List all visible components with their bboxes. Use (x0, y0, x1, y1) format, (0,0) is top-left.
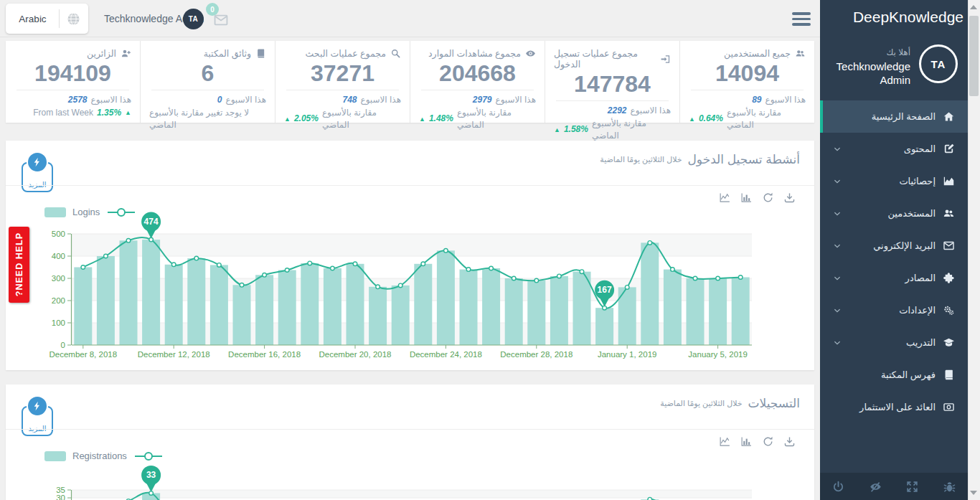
scrollbar-down-arrow[interactable] (970, 491, 977, 495)
divider (6, 185, 814, 186)
edit-icon (943, 143, 955, 155)
sidebar-item-4[interactable]: البريد الإلكتروني (820, 230, 968, 262)
stat-week-line: 2292هذا الاسبوع (554, 105, 671, 117)
chart-bar (732, 278, 750, 346)
stat-week-value: 2292 (608, 105, 627, 117)
sidebar-item-1[interactable]: المحتوى (820, 133, 968, 165)
logins-more-button[interactable]: المزيد (22, 162, 53, 192)
x-tick-label: December 24, 2018 (410, 350, 482, 359)
chart-bar (641, 242, 659, 345)
stat-change-label: لا يوجد تغيير مقارنة بالأسبوع الماضي (149, 107, 266, 132)
page-scrollbar[interactable] (968, 0, 980, 500)
stat-change-line: From last Week1.35%▲ (14, 107, 131, 119)
sidebar-item-3[interactable]: المستخدمين (820, 197, 968, 230)
chevron-down-icon (833, 339, 842, 347)
stat-title: جميع المستخدمين (689, 48, 806, 59)
menu-toggle-button[interactable] (792, 12, 811, 29)
sidebar-item-label: الإعدادات (899, 305, 936, 316)
trend-up-icon: ▲ (554, 126, 560, 135)
chart-toolbar (719, 435, 796, 448)
sidebar-item-5[interactable]: المصادر (820, 262, 968, 294)
chart-area-icon (943, 175, 955, 187)
sidebar-item-label: البريد الإلكتروني (873, 240, 936, 251)
bar-chart-button[interactable] (740, 192, 753, 204)
stat-change-label: مقارنة بالأسبوع الماضي (592, 118, 671, 143)
line-chart-button[interactable] (719, 192, 731, 204)
scrollbar-up-arrow[interactable] (970, 5, 977, 9)
stat-week-label: هذا الاسبوع (630, 105, 671, 117)
sidebar-item-7[interactable]: التدريب (820, 326, 968, 359)
registrations-more-button[interactable]: المزيد (22, 406, 53, 436)
puzzle-icon (943, 272, 955, 284)
chart-point (648, 497, 652, 500)
x-tick-label: January 1, 2019 (598, 350, 656, 359)
chart-point (444, 249, 448, 253)
mail-button[interactable]: 0 (213, 12, 230, 27)
chart-point (126, 239, 131, 243)
y-tick-label: 30 (56, 494, 65, 500)
stat-title: وثائق المكتبة (149, 48, 266, 59)
logins-chart-card: المزيد خلال الثلاثين يومًا الماضية أنشطة… (6, 141, 814, 370)
stat-week-label: هذا الاسبوع (360, 94, 401, 106)
sidebar-item-0[interactable]: الصفحة الرئيسية (820, 100, 968, 133)
chevron-down-icon (833, 209, 842, 218)
sidebar-item-8[interactable]: فهرس المكتبة (820, 359, 968, 391)
language-selector-button[interactable]: Arabic (6, 4, 88, 34)
chart-toolbar (719, 192, 796, 204)
download-icon (783, 192, 796, 204)
download-button[interactable] (783, 435, 796, 448)
need-help-ribbon[interactable]: NEED HELP? (9, 227, 29, 303)
expand-button[interactable] (905, 480, 919, 494)
stat-week-line: 2979هذا الاسبوع (419, 94, 536, 106)
sidebar-item-2[interactable]: إحصائيات (820, 165, 968, 197)
gears-icon (943, 304, 955, 316)
eye-slash-button[interactable] (869, 480, 882, 494)
bug-button[interactable] (943, 480, 956, 494)
stat-card-5: الزائرين1941092578هذا الاسبوعFrom last W… (6, 41, 141, 123)
chart-point (217, 263, 222, 268)
stat-week-line: 0هذا الاسبوع (149, 94, 266, 106)
trend-up-icon: ▲ (419, 115, 425, 124)
line-chart-icon (719, 192, 731, 204)
registrations-plot: 35302520151050December 8, 2018December 1… (34, 459, 766, 500)
chart-bar (369, 287, 387, 345)
refresh-icon (762, 435, 774, 448)
sidebar-user-name: Techknowledge Admin (828, 60, 910, 88)
chart-bar (187, 258, 205, 345)
chart-point (557, 274, 562, 278)
power-button[interactable] (831, 480, 845, 494)
bar-chart-button[interactable] (740, 435, 753, 448)
bolt-icon (32, 156, 43, 168)
chart-point (421, 262, 425, 266)
line-chart-button[interactable] (719, 435, 731, 448)
stat-week-value: 2979 (473, 94, 492, 106)
refresh-button[interactable] (762, 192, 774, 204)
topbar-avatar[interactable]: TA (183, 9, 204, 29)
stat-week-value: 748 (342, 94, 357, 106)
stat-card-4: وثائق المكتبة60هذا الاسبوعلا يوجد تغيير … (141, 41, 275, 123)
bolt-icon (27, 395, 48, 417)
sidebar-item-6[interactable]: الإعدادات (820, 294, 968, 326)
user-plus-icon (121, 48, 131, 59)
sidebar-item-9[interactable]: العائد على الاستثمار (820, 391, 968, 423)
chevron-down-icon (833, 274, 842, 283)
chart-bar (687, 278, 705, 345)
refresh-button[interactable] (762, 435, 774, 448)
stat-week-line: 748هذا الاسبوع (284, 94, 401, 106)
registrations-chart-card: المزيد خلال الثلاثين يومًا الماضية التسج… (6, 385, 814, 500)
sidebar-avatar[interactable]: TA (919, 44, 958, 83)
chart-bar (324, 268, 341, 345)
divider (286, 90, 399, 90)
stat-value: 204668 (419, 60, 536, 87)
download-button[interactable] (783, 192, 796, 204)
stat-week-value: 0 (217, 94, 222, 106)
stat-week-line: 89هذا الاسبوع (689, 94, 806, 106)
bar-chart-icon (740, 435, 753, 448)
stat-week-value: 2578 (68, 94, 88, 106)
bar-chart-icon (740, 192, 753, 204)
bolt-icon (27, 151, 48, 173)
y-tick-label: 0 (61, 341, 65, 349)
divider (151, 90, 264, 90)
stat-change-percent: 1.48% (429, 113, 453, 125)
scrollbar-thumb[interactable] (969, 16, 979, 96)
